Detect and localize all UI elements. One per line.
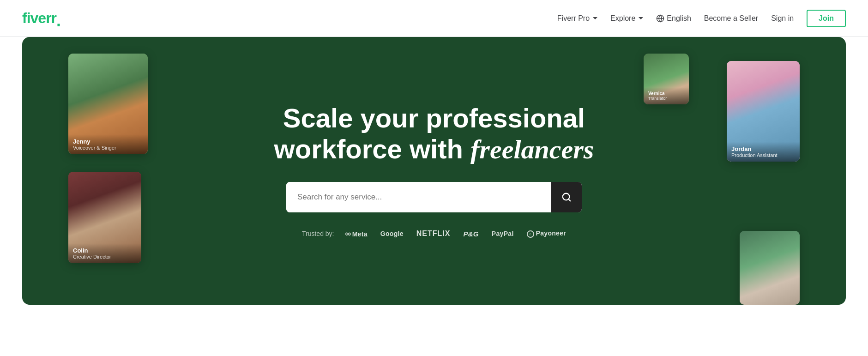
brand-paypal: PayPal [492,230,514,237]
svg-line-3 [568,199,570,201]
trusted-by: Trusted by: ∞Meta Google NETFLIX P&G Pay… [274,229,594,239]
nav-become-seller[interactable]: Become a Seller [704,14,758,23]
card-colin-role: Creative Director [73,254,137,259]
card-jordan-role: Production Assistant [731,152,795,158]
globe-icon [656,14,664,23]
hero-section: Jenny Voiceover & Singer Vernica Transla… [22,37,846,305]
meta-symbol: ∞ [345,229,351,238]
chevron-down-icon [593,17,597,19]
nav-join-button[interactable]: Join [807,10,846,27]
card-jordan-name: Jordan [731,145,795,152]
logo-text: fiverr [22,10,56,26]
card-vernica-name: Vernica [648,91,684,96]
search-input[interactable] [286,182,551,212]
nav-language[interactable]: English [656,14,691,23]
brand-pg: P&G [463,230,478,238]
search-bar [286,182,582,212]
brand-netflix: NETFLIX [416,229,451,238]
trusted-logos: ∞Meta Google NETFLIX P&G PayPal ○Payonee… [345,229,566,239]
trusted-label: Trusted by: [302,230,334,237]
search-icon [561,192,572,202]
card-vernica-info: Vernica Translator [644,87,689,104]
navbar-right: Fiverr Pro Explore English Become a Sell… [557,10,846,27]
card-jenny-role: Voiceover & Singer [73,145,143,151]
card-jenny-name: Jenny [73,138,143,145]
nav-fiverr-pro[interactable]: Fiverr Pro [557,14,597,23]
card-partial [740,231,800,305]
card-jenny-info: Jenny Voiceover & Singer [68,134,148,154]
navbar: fiverr. Fiverr Pro Explore English Becom… [0,0,868,37]
brand-payoneer: ○Payoneer [527,229,566,238]
card-colin-name: Colin [73,247,137,254]
card-vernica: Vernica Translator [644,54,689,104]
card-colin-info: Colin Creative Director [68,243,141,263]
search-button[interactable] [551,182,582,212]
nav-signin[interactable]: Sign in [771,14,794,23]
card-jenny: Jenny Voiceover & Singer [68,54,148,154]
logo[interactable]: fiverr. [22,10,60,27]
hero-content: Scale your professional workforce with f… [274,103,594,238]
logo-dot: . [56,11,60,30]
card-vernica-role: Translator [648,96,684,101]
card-jordan-info: Jordan Production Assistant [727,142,800,162]
brand-google: Google [380,230,404,237]
payoneer-circle-icon: ○ [527,230,534,238]
brand-meta: ∞Meta [345,229,367,239]
card-colin: Colin Creative Director [68,172,141,263]
card-jordan: Jordan Production Assistant [727,61,800,162]
chevron-down-icon [639,17,643,19]
nav-explore[interactable]: Explore [610,14,643,23]
hero-title: Scale your professional workforce with f… [274,103,594,165]
